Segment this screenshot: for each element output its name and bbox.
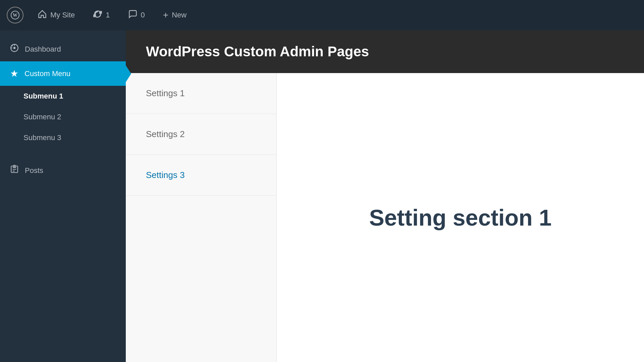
settings-3-label: Settings 3	[146, 170, 185, 180]
content-area: WordPress Custom Admin Pages Settings 1 …	[126, 30, 644, 362]
submenu-1-label: Submenu 1	[23, 92, 63, 100]
new-label: New	[172, 11, 186, 19]
svg-text:W: W	[13, 13, 17, 18]
wp-logo[interactable]: W	[7, 7, 23, 23]
section-title: Setting section 1	[369, 204, 551, 231]
my-site-item[interactable]: My Site	[34, 7, 79, 23]
comments-item[interactable]: 0	[124, 7, 149, 23]
sidebar-item-posts[interactable]: Posts	[0, 158, 126, 183]
posts-label: Posts	[25, 166, 43, 175]
sidebar-item-submenu-3[interactable]: Submenu 3	[0, 127, 126, 148]
updates-icon	[93, 9, 102, 21]
sidebar-item-custom-menu[interactable]: ★ Custom Menu	[0, 61, 126, 86]
sidebar: Dashboard ★ Custom Menu Submenu 1 Submen…	[0, 30, 126, 362]
settings-item-3[interactable]: Settings 3	[126, 155, 276, 196]
comments-count: 0	[141, 11, 145, 19]
settings-item-2[interactable]: Settings 2	[126, 114, 276, 155]
home-icon	[38, 9, 47, 21]
settings-2-label: Settings 2	[146, 129, 185, 139]
my-site-label: My Site	[50, 11, 75, 19]
settings-1-label: Settings 1	[146, 88, 185, 98]
dashboard-icon	[10, 44, 19, 55]
admin-bar: W My Site 1 0 + New	[0, 0, 644, 30]
main-layout: Dashboard ★ Custom Menu Submenu 1 Submen…	[0, 30, 644, 362]
submenu-2-label: Submenu 2	[23, 113, 61, 121]
svg-point-3	[13, 47, 16, 49]
settings-section: Setting section 1	[277, 73, 644, 362]
submenu-3-label: Submenu 3	[23, 133, 61, 142]
content-body: Settings 1 Settings 2 Settings 3 Setting…	[126, 73, 644, 362]
sidebar-item-dashboard[interactable]: Dashboard	[0, 37, 126, 61]
updates-count: 1	[106, 11, 110, 19]
custom-menu-label: Custom Menu	[24, 69, 70, 78]
plus-icon: +	[163, 10, 168, 20]
page-title: WordPress Custom Admin Pages	[146, 44, 624, 60]
settings-list: Settings 1 Settings 2 Settings 3	[126, 73, 277, 362]
new-item[interactable]: + New	[159, 8, 191, 22]
content-header: WordPress Custom Admin Pages	[126, 30, 644, 73]
comments-icon	[128, 9, 138, 21]
updates-item[interactable]: 1	[89, 7, 114, 23]
sidebar-item-submenu-1[interactable]: Submenu 1	[0, 86, 126, 107]
dashboard-label: Dashboard	[25, 45, 61, 54]
settings-item-1[interactable]: Settings 1	[126, 73, 276, 114]
sidebar-item-submenu-2[interactable]: Submenu 2	[0, 107, 126, 127]
posts-icon	[10, 165, 19, 176]
star-icon: ★	[10, 68, 18, 79]
